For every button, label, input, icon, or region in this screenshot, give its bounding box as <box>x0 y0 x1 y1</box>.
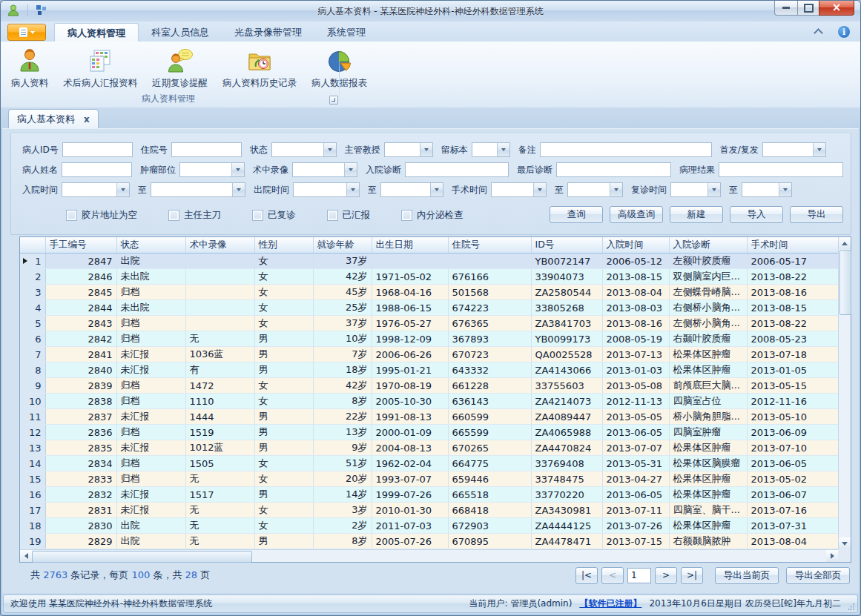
final-diagnosis-input[interactable] <box>556 162 671 177</box>
ribbon-item-history[interactable]: 病人资料历史记录 <box>215 44 304 91</box>
chevron-down-icon[interactable] <box>813 143 825 156</box>
close-tab-icon[interactable]: x <box>84 114 90 125</box>
pager-last-button[interactable]: >| <box>681 567 703 584</box>
column-header[interactable]: 出生日期 <box>372 237 448 254</box>
horizontal-scrollbar[interactable] <box>20 549 838 562</box>
ribbon-tab-system[interactable]: 系统管理 <box>314 23 378 42</box>
admit-time-to-combo[interactable] <box>151 182 245 197</box>
admit-time-from-combo[interactable] <box>62 182 130 197</box>
admission-no-input[interactable] <box>171 142 242 157</box>
discharge-time-to-combo[interactable] <box>380 182 443 197</box>
chevron-down-icon[interactable] <box>779 183 791 196</box>
column-header[interactable]: ID号 <box>531 237 602 254</box>
chevron-down-icon[interactable] <box>344 163 357 176</box>
checkbox-icon[interactable] <box>168 210 179 221</box>
column-header[interactable]: 住院号 <box>448 237 531 254</box>
table-row[interactable]: 42844未出院女25岁1988-06-15674223338052682013… <box>20 300 838 316</box>
chevron-down-icon[interactable] <box>420 143 432 156</box>
table-row[interactable]: 162832未汇报1517男14岁1999-07-266655183377022… <box>20 487 838 503</box>
checkbox-icon[interactable] <box>401 210 412 221</box>
column-header[interactable]: 性别 <box>254 237 313 254</box>
table-row[interactable]: 82840未汇报有男18岁1995-01-21643332ZA414306620… <box>20 362 838 378</box>
ribbon-tab-disc-tape[interactable]: 光盘录像带管理 <box>222 23 314 42</box>
table-row[interactable]: 142834归档1505女51岁1962-02-0466477533769408… <box>20 456 838 471</box>
column-header[interactable]: 手术时间 <box>747 237 838 254</box>
remark-input[interactable] <box>540 142 712 157</box>
advanced-query-button[interactable]: 高级查询 <box>610 206 663 223</box>
table-row[interactable]: 52843归档女37岁1976-05-27676365ZA38417032013… <box>20 316 838 331</box>
app-menu-button[interactable] <box>7 24 46 41</box>
scroll-down-icon[interactable] <box>839 537 851 549</box>
column-header[interactable]: 入院时间 <box>602 237 669 254</box>
scroll-left-icon[interactable] <box>20 550 32 562</box>
minimize-button[interactable] <box>774 1 798 16</box>
tab-patient-basic-data[interactable]: 病人基本资料 x <box>8 109 99 128</box>
table-row[interactable]: 192829出院无男8岁2005-07-26670895ZA4478471201… <box>20 534 838 549</box>
first-recurrence-combo[interactable] <box>762 142 826 157</box>
reported-checkbox[interactable]: 已汇报 <box>327 209 371 222</box>
surgery-time-from-combo[interactable] <box>491 182 547 197</box>
chevron-down-icon[interactable] <box>497 143 509 156</box>
chevron-down-icon[interactable] <box>346 183 359 196</box>
table-row[interactable]: 12847出院女37岁YB00721472006-05-12左额叶胶质瘤2006… <box>20 254 838 269</box>
checkbox-icon[interactable] <box>66 210 77 221</box>
table-row[interactable]: 62842归档无男10岁1998-12-09367893YB0099173200… <box>20 331 838 347</box>
column-header[interactable]: 入院诊断 <box>669 237 747 254</box>
registered-link[interactable]: 【软件已注册】 <box>579 597 641 610</box>
export-button[interactable]: 导出 <box>790 206 843 223</box>
table-row[interactable]: 122836归档1519男13岁2000-01-09665599ZA406598… <box>20 425 838 440</box>
status-combo[interactable] <box>271 142 337 157</box>
table-row[interactable]: 32845归档女45岁1968-04-16501568ZA25805442013… <box>20 285 838 300</box>
new-button[interactable]: 新建 <box>670 206 723 223</box>
info-icon[interactable]: i <box>838 26 850 38</box>
scrollbar-thumb[interactable] <box>839 250 851 315</box>
film-address-empty-checkbox[interactable]: 胶片地址为空 <box>66 209 137 222</box>
table-row[interactable]: 132835未汇报1012蓝男9岁2004-08-13670265ZA44708… <box>20 440 838 456</box>
import-button[interactable]: 导入 <box>730 206 783 223</box>
table-row[interactable]: 152833归档无女20岁1993-07-0765944633748475201… <box>20 471 838 487</box>
pager-next-button[interactable]: > <box>655 567 677 584</box>
intraop-video-combo[interactable] <box>292 162 357 177</box>
endocrine-check-checkbox[interactable]: 内分泌检查 <box>401 209 464 222</box>
checkbox-icon[interactable] <box>252 210 263 221</box>
column-header[interactable]: 手工编号 <box>45 237 116 254</box>
checkbox-icon[interactable] <box>327 210 338 221</box>
table-row[interactable]: 22846未出院女42岁1971-05-02676166339040732013… <box>20 269 838 285</box>
query-button[interactable]: 查询 <box>550 206 603 223</box>
followed-up-checkbox[interactable]: 已复诊 <box>252 209 296 222</box>
chevron-down-icon[interactable] <box>610 183 622 196</box>
ribbon-tab-patient-data[interactable]: 病人资料管理 <box>54 23 139 42</box>
ribbon-item-followup-reminder[interactable]: 近期复诊提醒 <box>145 44 215 91</box>
export-all-pages-button[interactable]: 导出全部页 <box>786 567 850 584</box>
pathology-result-input[interactable] <box>719 162 843 177</box>
chevron-down-icon[interactable] <box>707 183 720 196</box>
resize-grip-icon[interactable] <box>848 603 855 610</box>
ribbon-item-postop-report[interactable]: 术后病人汇报资料 <box>56 44 145 91</box>
scroll-right-icon[interactable] <box>826 550 838 562</box>
specimen-combo[interactable] <box>472 142 510 157</box>
close-button[interactable]: × <box>819 1 854 16</box>
chevron-down-icon[interactable] <box>533 183 546 196</box>
patient-name-input[interactable] <box>62 162 132 177</box>
column-header[interactable]: 术中录像 <box>185 237 254 254</box>
table-row[interactable]: 102838归档1110女8岁2005-10-30636143ZA4214073… <box>20 394 838 409</box>
chief-surgeon-checkbox[interactable]: 主任主刀 <box>168 209 221 222</box>
table-row[interactable]: 172831未汇报无女3岁2010-01-30668418ZA343098120… <box>20 503 838 518</box>
export-current-page-button[interactable]: 导出当前页 <box>715 567 779 584</box>
chevron-down-icon[interactable] <box>232 183 245 196</box>
followup-time-to-combo[interactable] <box>742 182 792 197</box>
column-header[interactable] <box>20 237 45 254</box>
collapse-ribbon-icon[interactable] <box>814 28 823 38</box>
patient-id-input[interactable] <box>62 142 133 157</box>
table-row[interactable]: 92839归档1472女42岁1970-08-19661228337556032… <box>20 378 838 394</box>
professor-combo[interactable] <box>384 142 433 157</box>
vertical-scrollbar[interactable] <box>838 237 851 549</box>
surgery-time-to-combo[interactable] <box>567 182 623 197</box>
ribbon-item-patient-data[interactable]: 病人资料 <box>4 44 56 91</box>
discharge-time-from-combo[interactable] <box>293 182 360 197</box>
scroll-up-icon[interactable] <box>839 237 851 249</box>
maximize-button[interactable] <box>797 1 819 16</box>
chevron-down-icon[interactable] <box>430 183 443 196</box>
column-header[interactable]: 就诊年龄 <box>313 237 372 254</box>
chevron-down-icon[interactable] <box>323 143 336 156</box>
